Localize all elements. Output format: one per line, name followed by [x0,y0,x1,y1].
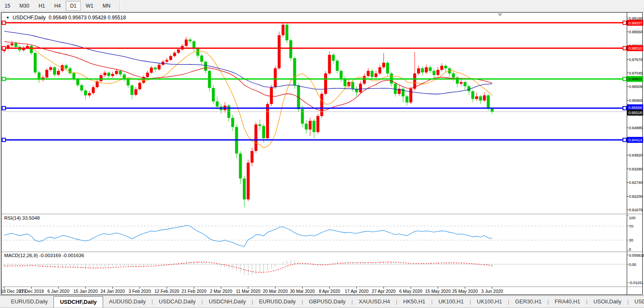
candle-body [293,58,296,85]
candle-body [301,109,304,124]
candle-body [173,53,176,56]
chart-tab-eurusd-daily[interactable]: EURUSD,Daily [5,296,53,308]
hline-handle[interactable] [2,21,5,24]
svg-text:0.94414: 0.94414 [628,138,642,142]
candle-body [375,74,378,77]
hline-handle[interactable] [623,106,626,110]
svg-text:15 May 2020: 15 May 2020 [425,289,451,294]
chart-tab-xauusd-h4[interactable]: XAUUSD,H4 [353,296,396,308]
candle-body [266,104,269,138]
svg-text:25 May 2020: 25 May 2020 [452,289,478,294]
svg-text:0.97045: 0.97045 [629,71,642,75]
chart-tab-usdchf-daily[interactable]: USDCHF,Daily [53,296,103,308]
candle-body [169,56,172,60]
candle-body [30,46,33,53]
svg-text:0.97570: 0.97570 [629,57,642,62]
candle-body [250,151,253,163]
hline-handle[interactable] [623,77,626,81]
candle-body [45,70,48,77]
svg-text:0.95518: 0.95518 [628,110,642,115]
candle-body [130,85,133,95]
chart-tab-ger30-h1[interactable]: GER30,H1 [509,296,548,308]
chart-tab-usdjpy-h1[interactable]: USDJPY,H1 [628,296,644,308]
hline-handle[interactable] [2,47,5,50]
chart-dropdown-icon[interactable]: ▼ [6,16,10,20]
svg-text:100: 100 [629,215,636,220]
candle-body [111,74,114,76]
candle-body [378,67,381,74]
svg-text:0.95965: 0.95965 [629,98,642,103]
rsi-indicator-label: RSI(14) 33.5048 [4,215,40,220]
timeframe-button-w1[interactable]: W1 [82,1,98,11]
timeframe-buttons: 15M30H1H4D1W1MN [0,1,115,11]
candle-body [212,88,215,101]
candle-body [34,53,37,72]
timeframe-button-h1[interactable]: H1 [35,1,49,11]
timeframe-button-m30[interactable]: M30 [15,1,33,11]
svg-text:0.93820: 0.93820 [629,153,642,157]
candle-body [150,68,153,73]
candle-body [444,66,447,68]
candle-body [104,73,106,75]
candle-body [146,73,149,77]
timeframe-button-15[interactable]: 15 [0,1,14,11]
candle-body [247,163,250,199]
hline-handle[interactable] [623,21,626,24]
chart-ohlc-values: 0.95649 0.95673 0.95428 0.95518 [49,15,126,21]
chart-tab-uk100-h1[interactable]: UK100,H1 [471,296,508,308]
svg-text:21 Feb 2020: 21 Feb 2020 [181,289,206,294]
candle-body [134,89,137,95]
chart-tab-fra40-h1[interactable]: FRA40,H1 [549,296,586,308]
chart-tab-gbpusd-daily[interactable]: GBPUSD,Daily [303,296,351,308]
candle-body [192,41,195,48]
candle-body [274,68,277,87]
candle-body [305,124,308,130]
candle-body [189,40,192,41]
candle-body [65,65,68,68]
candle-body [429,67,432,71]
candle-body [460,82,463,84]
candle-body [328,55,331,73]
candle-body [313,121,316,132]
chart-tab-eurusd-daily[interactable]: EURUSD,Daily [253,296,301,308]
chart-canvas[interactable]: 0.991900.986500.981100.975700.970450.965… [0,0,644,308]
candle-body [76,79,79,85]
hline-handle[interactable] [2,106,5,110]
candle-body [343,79,346,86]
candle-body [158,65,161,69]
candle-body [69,68,72,73]
candle-body [382,63,385,67]
timeframe-button-mn[interactable]: MN [98,1,115,11]
chart-tab-usdcad-daily[interactable]: USDCAD,Daily [153,296,201,308]
svg-text:6 Jan 2020: 6 Jan 2020 [48,289,69,294]
candle-body [410,89,412,103]
chart-tab-hk50-h1[interactable]: HK50,H1 [397,296,431,308]
chart-tab-uk100-h1[interactable]: UK100,H1 [433,296,470,308]
svg-text:6 May 2020: 6 May 2020 [399,289,423,294]
chart-tab-usoil-daily[interactable]: USOil,Daily [588,296,627,308]
candle-body [425,67,428,72]
candle-body [421,68,424,72]
svg-text:30: 30 [629,238,633,242]
timeframe-button-h4[interactable]: H4 [50,1,65,11]
candle-body [436,70,439,75]
hline-handle[interactable] [2,77,5,81]
hline-handle[interactable] [623,138,626,141]
chart-tab-audusd-daily[interactable]: AUDUSD,Daily [103,296,152,308]
chart-tab-usdcnh-daily[interactable]: USDCNH,Daily [203,296,252,308]
hline-handle[interactable] [623,47,626,50]
candle-body [185,40,188,46]
svg-text:30 Mar 2020: 30 Mar 2020 [290,289,315,294]
candle-body [359,84,362,93]
svg-text:0.92200: 0.92200 [629,194,642,199]
svg-text:24 Jan 2020: 24 Jan 2020 [101,289,125,294]
hline-handle[interactable] [2,138,5,141]
candle-body [278,35,281,69]
candle-body [14,43,17,47]
svg-text:27 Apr 2020: 27 Apr 2020 [372,289,396,294]
timeframe-button-d1[interactable]: D1 [66,1,80,11]
svg-text:3 Feb 2020: 3 Feb 2020 [128,289,151,294]
candle-body [332,55,335,61]
svg-text:0.93280: 0.93280 [629,167,642,171]
svg-text:0.99190: 0.99190 [629,16,642,21]
